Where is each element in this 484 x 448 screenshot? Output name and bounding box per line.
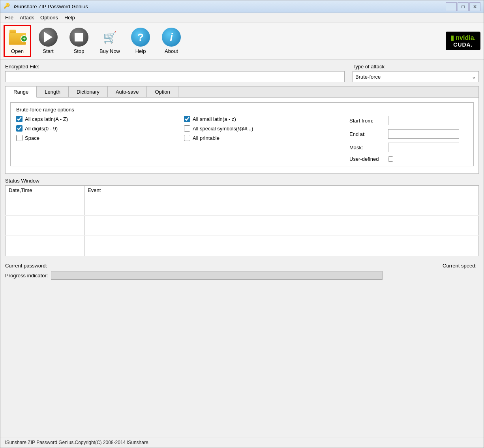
user-defined-checkbox[interactable] bbox=[388, 156, 393, 162]
bottom-status: Current password: Current speed: Progres… bbox=[5, 260, 479, 282]
checkboxes-panel: All caps latin(A - Z) All small latin(a … bbox=[16, 116, 345, 162]
printable-checkbox[interactable] bbox=[184, 135, 190, 141]
tab-option[interactable]: Option bbox=[147, 87, 178, 97]
window-title: iSunshare ZIP Password Genius bbox=[14, 4, 446, 9]
col-event-header: Event bbox=[84, 186, 479, 195]
open-label: Open bbox=[11, 48, 24, 54]
end-at-row: End at: bbox=[349, 129, 468, 139]
tab-range-content: Brute-force range options All caps latin… bbox=[6, 98, 478, 173]
tab-range[interactable]: Range bbox=[6, 87, 37, 98]
current-speed-item: Current speed: bbox=[443, 263, 479, 269]
file-section: Encrypted File: bbox=[5, 64, 345, 82]
attack-section: Type of attack Brute-force ⌄ bbox=[353, 64, 479, 82]
user-defined-row: User-defined bbox=[349, 156, 468, 162]
start-from-label: Start from: bbox=[349, 118, 385, 124]
cart-icon: 🛒 bbox=[100, 28, 119, 47]
window-controls: ─ □ ✕ bbox=[446, 2, 480, 11]
about-label: About bbox=[165, 48, 178, 54]
progress-container: Progress indicator: bbox=[5, 271, 479, 280]
app-icon: 🔑 bbox=[4, 3, 11, 11]
group-label: Brute-force range options bbox=[16, 107, 468, 113]
status-table-body bbox=[6, 195, 479, 256]
start-button[interactable]: Start bbox=[34, 26, 62, 56]
maximize-button[interactable]: □ bbox=[458, 2, 469, 11]
tabs-container: Range Length Dictionary Auto-save Option… bbox=[5, 86, 479, 174]
title-bar: 🔑 iSunshare ZIP Password Genius ─ □ ✕ bbox=[0, 0, 484, 13]
minimize-button[interactable]: ─ bbox=[446, 2, 457, 11]
buynow-button[interactable]: 🛒 Buy Now bbox=[96, 26, 124, 56]
start-from-row: Start from: bbox=[349, 116, 468, 125]
cuda-text: CUDA. bbox=[453, 41, 473, 48]
tab-autosave[interactable]: Auto-save bbox=[108, 87, 147, 97]
col-datetime-header: Date,Time bbox=[6, 186, 84, 195]
caps-latin-checkbox[interactable] bbox=[16, 116, 23, 122]
menu-file[interactable]: File bbox=[2, 14, 17, 21]
checkbox-space[interactable]: Space bbox=[16, 135, 178, 141]
footer-text: iSunshare ZIP Password Genius.Copyright(… bbox=[5, 440, 150, 445]
help-button[interactable]: ? Help bbox=[127, 26, 154, 56]
progress-bar bbox=[51, 271, 383, 280]
special-checkbox[interactable] bbox=[184, 125, 190, 132]
open-button[interactable]: + Open bbox=[4, 25, 31, 57]
checkbox-digits[interactable]: All digits(0 - 9) bbox=[16, 125, 178, 132]
chevron-down-icon: ⌄ bbox=[472, 74, 476, 80]
encrypted-file-input[interactable] bbox=[5, 71, 345, 82]
current-password-label: Current password: bbox=[5, 263, 47, 269]
main-window: 🔑 iSunshare ZIP Password Genius ─ □ ✕ Fi… bbox=[0, 0, 484, 448]
current-speed-label: Current speed: bbox=[443, 263, 476, 269]
table-row bbox=[6, 215, 479, 236]
checkbox-small-latin[interactable]: All small latin(a - z) bbox=[184, 116, 345, 122]
buynow-label: Buy Now bbox=[99, 48, 120, 54]
current-password-item: Current password: bbox=[5, 263, 49, 269]
start-from-input[interactable] bbox=[388, 116, 459, 125]
table-row bbox=[6, 236, 479, 256]
close-button[interactable]: ✕ bbox=[469, 2, 480, 11]
digits-checkbox[interactable] bbox=[16, 125, 23, 132]
status-window-label: Status Window bbox=[5, 178, 479, 184]
menu-options[interactable]: Options bbox=[37, 14, 61, 21]
space-checkbox[interactable] bbox=[16, 135, 23, 141]
table-row bbox=[6, 195, 479, 216]
user-defined-label: User-defined bbox=[349, 156, 385, 162]
brute-force-group: Brute-force range options All caps latin… bbox=[10, 102, 474, 166]
checkbox-printable[interactable]: All printable bbox=[184, 135, 345, 141]
nvidia-logo: ▮ nvidia. bbox=[450, 34, 476, 41]
encrypted-file-label: Encrypted File: bbox=[5, 64, 345, 70]
stop-icon bbox=[69, 28, 88, 47]
toolbar: + Open Start Stop bbox=[0, 23, 484, 60]
about-button[interactable]: i About bbox=[158, 26, 185, 56]
menu-help[interactable]: Help bbox=[61, 14, 78, 21]
status-table: Date,Time Event bbox=[5, 185, 479, 256]
checkbox-special[interactable]: All special symbols(!@#...) bbox=[184, 125, 345, 132]
menu-attack[interactable]: Attack bbox=[17, 14, 37, 21]
footer: iSunshare ZIP Password Genius.Copyright(… bbox=[0, 437, 484, 448]
help-icon: ? bbox=[131, 28, 150, 47]
menu-bar: File Attack Options Help bbox=[0, 13, 484, 23]
tab-length[interactable]: Length bbox=[37, 87, 69, 97]
end-at-input[interactable] bbox=[388, 129, 459, 139]
stop-label: Stop bbox=[74, 48, 84, 54]
open-icon: + bbox=[8, 28, 27, 47]
password-speed-row: Current password: Current speed: bbox=[5, 263, 479, 269]
fields-panel: Start from: End at: Mask: bbox=[349, 116, 468, 162]
checkbox-caps-latin[interactable]: All caps latin(A - Z) bbox=[16, 116, 178, 122]
attack-type-select[interactable]: Brute-force ⌄ bbox=[353, 71, 479, 82]
inner-layout: All caps latin(A - Z) All small latin(a … bbox=[16, 116, 468, 162]
start-icon bbox=[39, 28, 58, 47]
progress-label: Progress indicator: bbox=[5, 273, 48, 279]
help-label: Help bbox=[135, 48, 146, 54]
about-icon: i bbox=[162, 28, 181, 47]
content-area: Encrypted File: Type of attack Brute-for… bbox=[0, 60, 484, 437]
start-label: Start bbox=[43, 48, 53, 54]
tab-dictionary[interactable]: Dictionary bbox=[69, 87, 108, 97]
tab-bar: Range Length Dictionary Auto-save Option bbox=[6, 87, 478, 98]
mask-input[interactable] bbox=[388, 143, 459, 152]
mask-row: Mask: bbox=[349, 143, 468, 152]
mask-label: Mask: bbox=[349, 145, 385, 151]
nvidia-badge: ▮ nvidia. CUDA. bbox=[446, 32, 480, 51]
end-at-label: End at: bbox=[349, 131, 385, 137]
file-attack-row: Encrypted File: Type of attack Brute-for… bbox=[5, 64, 479, 82]
attack-type-label: Type of attack bbox=[353, 64, 479, 70]
stop-button[interactable]: Stop bbox=[65, 26, 93, 56]
small-latin-checkbox[interactable] bbox=[184, 116, 190, 122]
